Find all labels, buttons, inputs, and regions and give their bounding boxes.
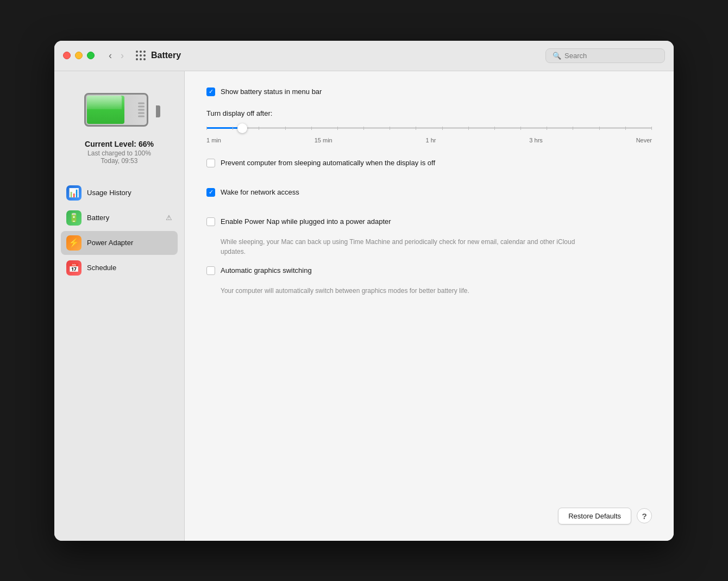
- battery-charged-text: Last charged to 100%: [85, 149, 154, 157]
- window-title: Battery: [151, 51, 545, 60]
- slider-track: [206, 127, 652, 129]
- battery-nav-icon: 🔋: [66, 210, 81, 226]
- slider-thumb[interactable]: [237, 123, 247, 133]
- battery-icon: [84, 93, 155, 130]
- battery-ribs: [138, 102, 145, 117]
- slider-label-15min: 15 min: [315, 137, 332, 143]
- power-adapter-icon: ⚡: [66, 235, 81, 251]
- prevent-sleep-checkbox[interactable]: [206, 159, 215, 167]
- slider-container[interactable]: [206, 123, 652, 134]
- sidebar-item-usage-history-label: Usage History: [87, 189, 172, 197]
- sidebar-item-battery[interactable]: 🔋 Battery ⚠: [61, 206, 178, 230]
- power-nap-label: Enable Power Nap while plugged into a po…: [221, 217, 391, 226]
- forward-button[interactable]: ›: [117, 49, 127, 63]
- minimize-button[interactable]: [75, 52, 83, 59]
- power-nap-block: Enable Power Nap while plugged into a po…: [206, 217, 652, 257]
- sidebar-item-power-adapter[interactable]: ⚡ Power Adapter: [61, 231, 178, 255]
- maximize-button[interactable]: [87, 52, 95, 59]
- restore-defaults-button[interactable]: Restore Defaults: [558, 508, 631, 524]
- battery-shine: [87, 96, 122, 109]
- wake-network-checkbox[interactable]: ✓: [206, 188, 215, 197]
- slider-label: Turn display off after:: [206, 109, 652, 117]
- wake-network-row: ✓ Wake for network access: [206, 188, 652, 197]
- sidebar-item-battery-label: Battery: [87, 214, 160, 222]
- slider-label-never: Never: [636, 137, 652, 143]
- wake-network-block: ✓ Wake for network access: [206, 188, 652, 208]
- auto-graphics-block: Automatic graphics switching Your comput…: [206, 266, 652, 296]
- power-nap-row: Enable Power Nap while plugged into a po…: [206, 217, 652, 226]
- sidebar-item-power-adapter-label: Power Adapter: [87, 239, 172, 247]
- close-button[interactable]: [63, 52, 71, 59]
- nav-buttons: ‹ ›: [105, 49, 127, 63]
- auto-graphics-label: Automatic graphics switching: [221, 266, 312, 274]
- battery-body: [84, 93, 148, 127]
- show-battery-label: Show battery status in menu bar: [221, 88, 322, 96]
- schedule-icon: 📅: [66, 260, 81, 276]
- show-battery-checkbox[interactable]: ✓: [206, 88, 215, 96]
- titlebar: ‹ › Battery 🔍: [54, 41, 674, 71]
- search-icon: 🔍: [553, 52, 561, 60]
- sidebar-nav: 📊 Usage History 🔋 Battery ⚠ ⚡ Power Adap…: [61, 181, 178, 281]
- usage-history-icon: 📊: [66, 185, 81, 201]
- power-nap-checkbox[interactable]: [206, 217, 215, 226]
- prevent-sleep-block: Prevent computer from sleeping automatic…: [206, 159, 652, 178]
- auto-graphics-description: Your computer will automatically switch …: [221, 286, 590, 296]
- sidebar-item-schedule-label: Schedule: [87, 264, 172, 272]
- traffic-lights: [63, 52, 95, 59]
- prevent-sleep-label: Prevent computer from sleeping automatic…: [221, 159, 435, 167]
- wake-network-label: Wake for network access: [221, 188, 299, 196]
- main-window: ‹ › Battery 🔍: [54, 41, 674, 541]
- grid-icon[interactable]: [136, 51, 146, 60]
- auto-graphics-row: Automatic graphics switching: [206, 266, 652, 275]
- slider-label-1min: 1 min: [206, 137, 221, 143]
- show-battery-row: ✓ Show battery status in menu bar: [206, 88, 652, 96]
- battery-tip: [156, 105, 160, 117]
- help-button[interactable]: ?: [637, 508, 652, 523]
- battery-info: Current Level: 66% Last charged to 100% …: [85, 140, 154, 165]
- prevent-sleep-row: Prevent computer from sleeping automatic…: [206, 159, 652, 167]
- search-input[interactable]: [564, 52, 658, 60]
- footer: Restore Defaults ?: [206, 497, 652, 524]
- slider-label-3hrs: 3 hrs: [529, 137, 542, 143]
- battery-time-text: Today, 09:53: [85, 157, 154, 165]
- battery-warning-icon: ⚠: [166, 214, 172, 222]
- back-button[interactable]: ‹: [105, 49, 115, 63]
- sidebar-item-usage-history[interactable]: 📊 Usage History: [61, 181, 178, 205]
- sidebar-item-schedule[interactable]: 📅 Schedule: [61, 256, 178, 280]
- battery-level-text: Current Level: 66%: [85, 140, 154, 148]
- slider-label-1hr: 1 hr: [426, 137, 436, 143]
- slider-ticks: [206, 127, 652, 130]
- power-nap-description: While sleeping, your Mac can back up usi…: [221, 237, 590, 257]
- slider-labels: 1 min 15 min 1 hr 3 hrs Never: [206, 137, 652, 143]
- auto-graphics-checkbox[interactable]: [206, 266, 215, 275]
- slider-section: Turn display off after:: [206, 109, 652, 143]
- search-box[interactable]: 🔍: [545, 48, 665, 63]
- main-content: ✓ Show battery status in menu bar Turn d…: [185, 71, 674, 541]
- sidebar: Current Level: 66% Last charged to 100% …: [54, 71, 185, 541]
- content-area: Current Level: 66% Last charged to 100% …: [54, 71, 674, 541]
